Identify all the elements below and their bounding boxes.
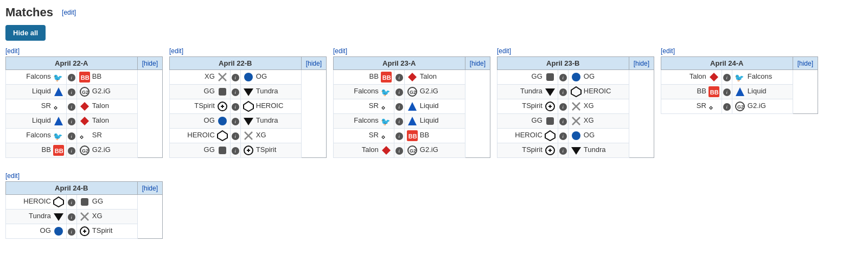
team2-name-5-1: XG <box>92 212 122 220</box>
team-logo <box>545 86 556 97</box>
table-row: Falcons🐦iG2G2.iG <box>334 85 490 99</box>
team-logo <box>79 101 90 112</box>
group-hide-4[interactable]: [hide] <box>793 57 818 70</box>
team-logo <box>735 86 745 97</box>
team1-name-3-0: GG <box>513 72 542 80</box>
info-cell-1-4: i <box>230 129 240 143</box>
team2-name-1-3: Tundra <box>256 116 286 124</box>
team1-name-3-2: TSpirit <box>513 102 542 110</box>
info-icon[interactable]: i <box>723 74 731 81</box>
team1-cell-5-2: OG <box>6 224 67 239</box>
group-hide-2[interactable]: [hide] <box>465 57 490 70</box>
info-icon[interactable]: i <box>68 74 75 81</box>
group-edit-5[interactable]: [edit] <box>5 172 163 180</box>
info-cell-3-2: i <box>558 99 568 114</box>
info-icon[interactable]: i <box>232 74 239 81</box>
team2-cell-0-4: ⬦SR <box>76 129 137 143</box>
info-icon[interactable]: i <box>395 132 403 140</box>
team-logo-bb: BB <box>381 72 392 83</box>
info-icon[interactable]: i <box>723 88 731 96</box>
group-edit-0[interactable]: [edit] <box>5 47 163 55</box>
table-row: HEROICiXG <box>170 129 327 143</box>
info-icon[interactable]: i <box>68 228 75 236</box>
team2-name-2-3: Liquid <box>420 116 450 124</box>
groups-row-1: [edit]April 22-A[hide]Falcons🐦iBBBBLiqui… <box>5 47 863 158</box>
svg-marker-34 <box>545 88 555 96</box>
info-icon[interactable]: i <box>68 118 75 125</box>
svg-text:🐦: 🐦 <box>53 132 63 141</box>
group-edit-1[interactable]: [edit] <box>169 47 327 55</box>
team-logo <box>243 72 254 83</box>
info-icon[interactable]: i <box>559 74 567 81</box>
info-icon[interactable]: i <box>68 103 75 111</box>
team2-cell-1-4: XG <box>240 129 301 143</box>
svg-marker-43 <box>571 147 581 155</box>
svg-marker-49 <box>54 197 63 207</box>
svg-point-12 <box>244 73 253 81</box>
info-icon[interactable]: i <box>68 88 75 96</box>
info-icon[interactable]: i <box>395 118 403 125</box>
info-icon[interactable]: i <box>232 103 239 111</box>
title-edit-link[interactable]: [edit] <box>62 9 76 16</box>
info-icon[interactable]: i <box>232 147 239 155</box>
svg-point-16 <box>218 117 227 125</box>
table-row: GGiOG <box>497 70 654 85</box>
info-icon[interactable]: i <box>68 147 75 155</box>
team-logo <box>217 116 228 126</box>
team1-cell-0-1: Liquid <box>6 85 67 99</box>
info-icon[interactable]: i <box>559 118 567 125</box>
svg-marker-45 <box>736 87 744 96</box>
team-logo: G2 <box>79 145 90 156</box>
group-header-3: April 23-B <box>497 57 629 70</box>
team1-name-2-4: SR <box>349 131 379 139</box>
group-hide-0[interactable]: [hide] <box>137 57 162 70</box>
group-block-3: [edit]April 23-B[hide]GGiOGTundraiHEROIC… <box>497 47 654 158</box>
team1-cell-3-5: TSpirit <box>497 143 558 158</box>
info-icon[interactable]: i <box>395 88 403 96</box>
hide-all-button[interactable]: Hide all <box>5 25 46 41</box>
group-hide-5[interactable]: [hide] <box>137 182 162 195</box>
info-icon[interactable]: i <box>395 147 403 155</box>
team1-name-2-1: Falcons <box>349 87 379 95</box>
svg-marker-51 <box>54 213 63 221</box>
info-cell-3-1: i <box>558 85 568 99</box>
group-edit-4[interactable]: [edit] <box>661 47 818 55</box>
info-icon[interactable]: i <box>232 132 239 140</box>
team2-cell-4-0: 🐦Falcons <box>732 70 793 85</box>
team2-cell-1-0: OG <box>240 70 301 85</box>
info-icon[interactable]: i <box>395 74 403 81</box>
info-cell-4-1: i <box>722 85 732 99</box>
team-logo <box>79 211 90 222</box>
svg-text:⬦: ⬦ <box>53 103 58 111</box>
team1-name-0-1: Liquid <box>21 87 51 95</box>
team2-cell-3-4: OG <box>568 129 629 143</box>
svg-marker-5 <box>54 117 63 125</box>
info-icon[interactable]: i <box>559 88 567 96</box>
team-logo: 🐦 <box>735 72 745 83</box>
team1-name-4-0: Talon <box>676 72 706 80</box>
group-hide-1[interactable]: [hide] <box>301 57 326 70</box>
info-icon[interactable]: i <box>68 213 75 221</box>
info-icon[interactable]: i <box>559 147 567 155</box>
info-icon[interactable]: i <box>232 118 239 125</box>
info-icon[interactable]: i <box>559 132 567 140</box>
info-icon[interactable]: i <box>68 199 75 206</box>
info-cell-0-4: i <box>66 129 76 143</box>
info-cell-2-5: i <box>394 143 404 158</box>
info-icon[interactable]: i <box>559 103 567 111</box>
info-icon[interactable]: i <box>232 88 239 96</box>
group-edit-3[interactable]: [edit] <box>497 47 654 55</box>
team2-name-0-5: G2.iG <box>92 145 122 154</box>
info-icon[interactable]: i <box>395 103 403 111</box>
team2-cell-0-1: G2G2.iG <box>76 85 137 99</box>
info-icon[interactable]: i <box>723 103 731 111</box>
info-cell-0-5: i <box>66 143 76 158</box>
team2-cell-5-0: GG <box>76 195 137 210</box>
svg-marker-15 <box>244 102 253 111</box>
info-icon[interactable]: i <box>68 132 75 140</box>
team1-cell-3-1: Tundra <box>497 85 558 99</box>
team1-name-1-5: GG <box>185 145 215 154</box>
group-hide-3[interactable]: [hide] <box>629 57 654 70</box>
group-edit-2[interactable]: [edit] <box>333 47 490 55</box>
team-logo <box>407 72 418 83</box>
